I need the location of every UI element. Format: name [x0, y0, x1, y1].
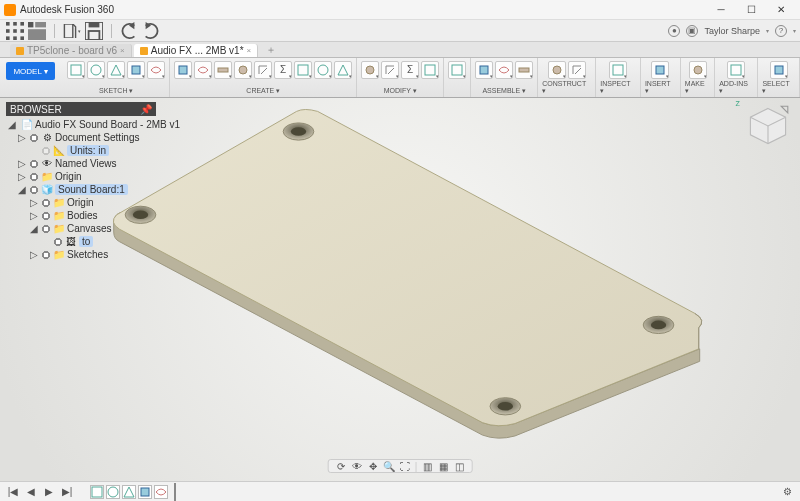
maximize-button[interactable]: ☐	[736, 0, 766, 20]
job-status-icon[interactable]: ▣	[686, 25, 698, 37]
twisty-icon[interactable]: ◢	[8, 119, 16, 130]
ribbon-tool-icon[interactable]: ▾	[381, 61, 399, 79]
ribbon-tool-icon[interactable]: ▾	[334, 61, 352, 79]
twisty-icon[interactable]: ▷	[18, 132, 26, 143]
visibility-icon[interactable]	[41, 198, 51, 208]
visibility-icon[interactable]	[29, 159, 39, 169]
visibility-icon[interactable]	[41, 250, 51, 260]
grid-icon[interactable]: ▦	[437, 461, 449, 471]
tree-node[interactable]: ▷📁Sketches	[6, 248, 156, 261]
ribbon-tool-icon[interactable]: ▾	[294, 61, 312, 79]
timeline-marker[interactable]	[174, 483, 176, 501]
timeline-feature[interactable]	[154, 485, 168, 499]
timeline-start-icon[interactable]: |◀	[6, 485, 20, 499]
twisty-icon[interactable]: ▷	[30, 210, 38, 221]
ribbon-tool-icon[interactable]: ▾	[515, 61, 533, 79]
ribbon-group-label[interactable]: CREATE ▾	[246, 87, 280, 95]
ribbon-group-label[interactable]: INSERT ▾	[645, 80, 676, 95]
ribbon-group-label[interactable]: ADD-INS ▾	[719, 80, 753, 95]
visibility-icon[interactable]	[41, 146, 51, 156]
twisty-icon[interactable]: ▷	[30, 197, 38, 208]
ribbon-tool-icon[interactable]: ▾	[361, 61, 379, 79]
visibility-icon[interactable]	[41, 211, 51, 221]
ribbon-tool-icon[interactable]: ▾	[727, 61, 745, 79]
ribbon-tool-icon[interactable]: ▾	[448, 61, 466, 79]
tree-node[interactable]: ▷📁Bodies	[6, 209, 156, 222]
tree-node[interactable]: 🖼to	[6, 235, 156, 248]
zoom-icon[interactable]: 🔍	[383, 461, 395, 471]
look-icon[interactable]: 👁	[351, 461, 363, 471]
ribbon-tool-icon[interactable]: ▾	[234, 61, 252, 79]
tab-close-icon[interactable]: ×	[247, 46, 252, 55]
orbit-icon[interactable]: ⟳	[335, 461, 347, 471]
ribbon-tool-icon[interactable]: ▾	[421, 61, 439, 79]
data-panel-icon[interactable]	[28, 22, 46, 40]
redo-button[interactable]	[142, 22, 160, 40]
ribbon-tool-icon[interactable]: Σ▾	[274, 61, 292, 79]
pan-icon[interactable]: ✥	[367, 461, 379, 471]
ribbon-tool-icon[interactable]: ▾	[147, 61, 165, 79]
visibility-icon[interactable]	[29, 185, 39, 195]
ribbon-tool-icon[interactable]: ▾	[87, 61, 105, 79]
ribbon-group-label[interactable]: MODIFY ▾	[384, 87, 417, 95]
help-icon[interactable]: ?	[775, 25, 787, 37]
new-tab-button[interactable]: ＋	[260, 42, 282, 57]
tree-node[interactable]: ▷📁Origin	[6, 196, 156, 209]
ribbon-tool-icon[interactable]: ▾	[475, 61, 493, 79]
ribbon-tool-icon[interactable]: ▾	[314, 61, 332, 79]
tab-1[interactable]: Audio FX ... 2MB v1* ×	[134, 44, 259, 57]
timeline-feature[interactable]	[138, 485, 152, 499]
ribbon-group-label[interactable]: SKETCH ▾	[99, 87, 133, 95]
ribbon-tool-icon[interactable]: Σ▾	[401, 61, 419, 79]
twisty-icon[interactable]: ▷	[18, 158, 26, 169]
tree-node[interactable]: ◢🧊Sound Board:1	[6, 183, 156, 196]
file-button[interactable]: ▾	[63, 22, 81, 40]
viewcube[interactable]	[746, 104, 790, 148]
timeline-prev-icon[interactable]: ◀	[24, 485, 38, 499]
visibility-icon[interactable]	[29, 133, 39, 143]
ribbon-tool-icon[interactable]: ▾	[214, 61, 232, 79]
tab-0[interactable]: TP5clone - board v6 ×	[10, 44, 132, 57]
ribbon-tool-icon[interactable]: ▾	[548, 61, 566, 79]
ribbon-tool-icon[interactable]: ▾	[689, 61, 707, 79]
minimize-button[interactable]: ─	[706, 0, 736, 20]
ribbon-tool-icon[interactable]: ▾	[67, 61, 85, 79]
ribbon-group-label[interactable]: INSPECT ▾	[600, 80, 636, 95]
visibility-icon[interactable]	[29, 172, 39, 182]
ribbon-group-label[interactable]: ASSEMBLE ▾	[482, 87, 526, 95]
tree-node[interactable]: ▷⚙Document Settings	[6, 131, 156, 144]
ribbon-group-label[interactable]: MAKE ▾	[685, 80, 710, 95]
tree-node[interactable]: ▷📁Origin	[6, 170, 156, 183]
ribbon-group-label[interactable]: SELECT ▾	[762, 80, 795, 95]
timeline-end-icon[interactable]: ▶|	[60, 485, 74, 499]
tree-node[interactable]: ◢📄Audio FX Sound Board - 2MB v1	[6, 118, 156, 131]
timeline-feature[interactable]	[90, 485, 104, 499]
visibility-icon[interactable]	[53, 237, 63, 247]
ribbon-tool-icon[interactable]: ▾	[770, 61, 788, 79]
ribbon-tool-icon[interactable]: ▾	[127, 61, 145, 79]
viewport-icon[interactable]: ◫	[453, 461, 465, 471]
undo-button[interactable]	[120, 22, 138, 40]
user-name[interactable]: Taylor Sharpe	[704, 26, 760, 36]
twisty-icon[interactable]: ▷	[30, 249, 38, 260]
timeline-settings-icon[interactable]: ⚙	[780, 485, 794, 499]
ribbon-group-label[interactable]: CONSTRUCT ▾	[542, 80, 591, 95]
ribbon-tool-icon[interactable]: ▾	[174, 61, 192, 79]
display-icon[interactable]: ▥	[421, 461, 433, 471]
save-button[interactable]	[85, 22, 103, 40]
twisty-icon[interactable]: ▷	[18, 171, 26, 182]
workspace-switcher[interactable]: MODEL ▾	[6, 62, 55, 80]
tree-node[interactable]: ◢📁Canvases	[6, 222, 156, 235]
close-button[interactable]: ✕	[766, 0, 796, 20]
tree-node[interactable]: 📐Units: in	[6, 144, 156, 157]
ribbon-tool-icon[interactable]: ▾	[107, 61, 125, 79]
timeline-feature[interactable]	[106, 485, 120, 499]
pin-icon[interactable]: 📌	[140, 104, 152, 115]
ribbon-tool-icon[interactable]: ▾	[254, 61, 272, 79]
app-grid-icon[interactable]	[6, 22, 24, 40]
ribbon-tool-icon[interactable]: ▾	[568, 61, 586, 79]
twisty-icon[interactable]: ◢	[18, 184, 26, 195]
notifications-icon[interactable]: ●	[668, 25, 680, 37]
ribbon-tool-icon[interactable]: ▾	[651, 61, 669, 79]
visibility-icon[interactable]	[41, 224, 51, 234]
